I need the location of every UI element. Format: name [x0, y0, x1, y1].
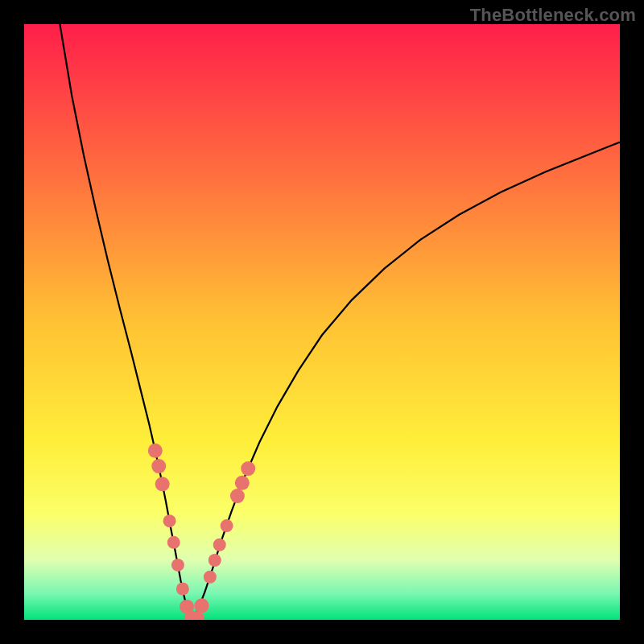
- marker-dot: [235, 476, 250, 490]
- marker-dot: [195, 598, 209, 613]
- marker-dot: [176, 583, 189, 596]
- curve-right-branch: [192, 142, 620, 620]
- marker-dot: [167, 536, 180, 549]
- marker-dot: [204, 571, 217, 584]
- marker-dot: [151, 459, 166, 473]
- chart-frame: TheBottleneck.com: [0, 0, 644, 644]
- marker-dot: [208, 554, 221, 567]
- curve-left-branch: [60, 24, 192, 620]
- marker-dot: [163, 514, 176, 527]
- watermark-text: TheBottleneck.com: [470, 5, 636, 26]
- marker-dot: [155, 477, 170, 491]
- curves-layer: [24, 24, 620, 620]
- marker-dot: [221, 519, 233, 532]
- marker-group: [148, 444, 255, 620]
- marker-dot: [171, 559, 184, 572]
- marker-dot: [213, 539, 226, 551]
- marker-dot: [241, 461, 255, 476]
- marker-dot: [148, 444, 163, 458]
- plot-area: [24, 24, 620, 620]
- marker-dot: [230, 489, 245, 503]
